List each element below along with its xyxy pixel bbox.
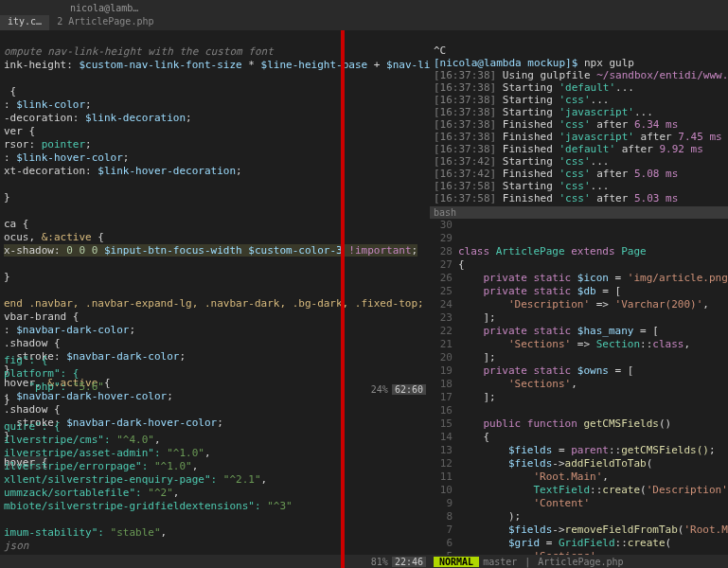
left-editor-pane[interactable]: ompute nav-link-height with the custom f… (0, 30, 430, 568)
vim-mode: NORMAL (434, 557, 479, 567)
tab-1[interactable]: ity.c… (0, 15, 49, 30)
status-left: 81%22:46 (0, 555, 430, 568)
php-editor[interactable]: 30 29 28 27 26 25 24 23 22 21 20 19 18 1… (430, 219, 728, 555)
json-code[interactable]: fig": { platform": { "php": "5.6" } quir… (0, 339, 430, 555)
line-gutter: 30 29 28 27 26 25 24 23 22 21 20 19 18 1… (430, 219, 458, 555)
column-guide (341, 30, 345, 568)
terminal-output[interactable]: ^C [nicola@lambda mockup]$ npx gulp [16:… (430, 30, 728, 206)
tab-2[interactable]: 2 ArticlePage.php (49, 15, 161, 30)
bash-label: bash (430, 206, 728, 219)
right-pane: ^C [nicola@lambda mockup]$ npx gulp [16:… (430, 30, 728, 568)
php-code[interactable]: class ArticlePage extends Page { private… (458, 219, 728, 555)
tab-bar: ity.c… 2 ArticlePage.php (0, 15, 728, 30)
window-titlebar: nicola@lamb… (0, 0, 728, 15)
status-right: NORMAL master | ArticlePage.php (430, 555, 728, 568)
